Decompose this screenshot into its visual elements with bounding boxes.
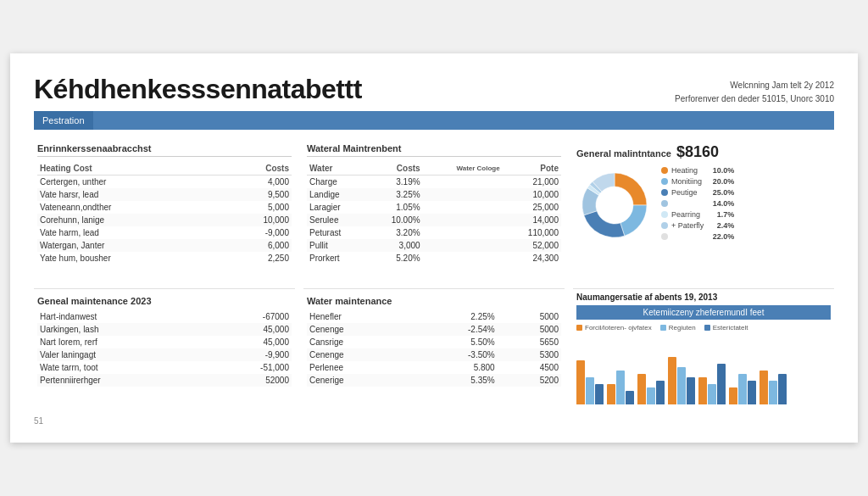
bar-chart-date: Naumangersatie af abents 19, 2013 (576, 293, 831, 302)
bar (748, 381, 756, 404)
legend-value: 14.0% (707, 199, 734, 208)
bar (778, 374, 787, 404)
bars-area (576, 337, 831, 404)
bar (738, 374, 747, 404)
legend-value: 1.7% (707, 210, 734, 219)
legend-label: Heating (671, 166, 704, 175)
heating-col1-header: Heating Cost (37, 162, 219, 176)
table-row: Cenenge-3.50%5300 (307, 348, 561, 361)
heating-panel: Enrinnkerssenaabracchst Heating Cost Cos… (34, 138, 295, 270)
table-row: Cenenge-2.54%5000 (307, 323, 561, 336)
bar (717, 364, 726, 404)
legend-color-dot (576, 325, 582, 331)
table-row: Cenerige5.35%5200 (307, 374, 561, 387)
table-row: Laragier1.05%25,000 (307, 201, 561, 214)
legend-text: Esterictatelt (713, 324, 748, 332)
bottom-mid-title: Water maintenance (307, 296, 561, 306)
table-row: Vate harsr, lead9,500 (37, 188, 292, 201)
bar-group (668, 357, 695, 404)
bar (576, 360, 585, 404)
water-table: Water Costs Water Cologe Pote Charge3.19… (307, 162, 561, 265)
bar (729, 387, 737, 404)
table-row: Landige3.25%10,000 (307, 188, 561, 201)
page-number: 51 (34, 416, 43, 426)
bar (708, 384, 716, 404)
legend-color-dot (704, 325, 710, 331)
bar (586, 377, 594, 404)
tab-pestration[interactable]: Pestration (34, 111, 93, 130)
table-row: Cansrige5.50%5650 (307, 336, 561, 348)
header-meta: Welcnning Jam telt 2y 2012 Perforenver d… (675, 74, 834, 106)
bar-group (607, 371, 634, 404)
main-page: Kéhdhenkesssennatabettt Welcnning Jam te… (10, 53, 858, 443)
bar (656, 381, 665, 404)
chart-legend-item: Regiuten (660, 324, 696, 332)
table-row: Henefler2.25%5000 (307, 310, 561, 323)
bottom-left-panel: Geneal maintenance 2023 Hart-indanwest-6… (34, 288, 295, 408)
legend-row: Pearring 1.7% (661, 210, 734, 219)
water-col2-header: Costs (367, 162, 423, 176)
legend-label: Peutige (671, 188, 704, 197)
table-row: Certergen, unther4,000 (37, 176, 292, 189)
bottom-right-panel: Naumangersatie af abents 19, 2013 Ketemi… (573, 288, 834, 408)
meta-line2: Perforenver den deder 51015, Unorc 3010 (675, 92, 834, 106)
table-row: Perlenee5.8004500 (307, 361, 561, 374)
general-panel: General malintntance $8160 Heating 10.0%… (573, 138, 834, 270)
bar (626, 391, 634, 404)
bar (595, 384, 604, 404)
legend-value: 20.0% (707, 177, 734, 186)
chart-legend-item: Forcil/loteren- ojvfatex (576, 324, 652, 332)
donut-chart (576, 167, 653, 243)
bottom-row: Geneal maintenance 2023 Hart-indanwest-6… (34, 278, 834, 408)
legend-row: + Paterfly 2.4% (661, 221, 734, 230)
table-row: Vate harm, lead-9,000 (37, 226, 292, 239)
table-row: Uarkingen, lash45,000 (37, 323, 292, 336)
bottom-mid-table: Henefler2.25%5000Cenenge-2.54%5000Cansri… (307, 310, 561, 387)
header: Kéhdhenkesssennatabettt Welcnning Jam te… (34, 74, 834, 106)
bar (760, 371, 768, 404)
table-row: Peturast3.20%110,000 (307, 226, 561, 239)
bar (677, 367, 686, 404)
table-row: Corehunn, lanige10,000 (37, 214, 292, 226)
main-title: Kéhdhenkesssennatabettt (34, 74, 362, 105)
general-big-value: $8160 (676, 143, 719, 161)
table-row: Nart Iorem, rerf45,000 (37, 336, 292, 348)
legend-dot (661, 178, 668, 185)
bar-group (698, 364, 726, 404)
table-row: Prorkert5.20%24,300 (307, 252, 561, 265)
general-panel-title: General malintntance (576, 148, 671, 159)
water-panel-title: Wateral Maintrenbent (307, 143, 561, 157)
heating-panel-title: Enrinnkerssenaabracchst (37, 143, 292, 157)
legend-dot (661, 211, 668, 218)
legend-dot (661, 222, 668, 229)
legend-dot (661, 189, 668, 196)
table-row: Pullit3,00052,000 (307, 239, 561, 252)
bar-chart-title: Ketemiiczeny zheferemundI feet (576, 305, 831, 320)
table-row: Charge3.19%21,000 (307, 176, 561, 189)
legend-value: 10.0% (707, 166, 734, 175)
table-row: Pertenniirerhger52000 (37, 374, 292, 387)
water-col1-header: Water (307, 162, 367, 176)
bar-legend: Forcil/loteren- ojvfatexRegiutenEsterict… (576, 324, 831, 332)
bottom-left-table: Hart-indanwest-67000Uarkingen, lash45,00… (37, 310, 292, 387)
page-footer: 51 (34, 416, 834, 426)
table-row: Wate tarrn, toot-51,000 (37, 361, 292, 374)
meta-line1: Welcnning Jam telt 2y 2012 (675, 79, 834, 92)
legend-text: Forcil/loteren- ojvfatex (585, 324, 652, 332)
heating-table: Heating Cost Costs Certergen, unther4,00… (37, 162, 292, 265)
water-panel: Wateral Maintrenbent Water Costs Water C… (303, 138, 565, 270)
content-area: Enrinnkerssenaabracchst Heating Cost Cos… (34, 138, 834, 270)
donut-container: Heating 10.0% Monitiing 20.0% Peutige 25… (576, 166, 831, 243)
legend-row: Peutige 25.0% (661, 188, 734, 197)
legend-row: 22.0% (661, 232, 734, 241)
table-row: Serulee10.00%14,000 (307, 214, 561, 226)
bar (687, 377, 695, 404)
table-row: Hart-indanwest-67000 (37, 310, 292, 323)
legend-dot (661, 167, 668, 174)
legend-value: 25.0% (707, 188, 734, 197)
table-row: Vateneann,ondther5,000 (37, 201, 292, 214)
legend-dot (661, 233, 668, 240)
legend-value: 2.4% (707, 221, 734, 230)
bar-group (637, 374, 665, 404)
legend-label: Monitiing (671, 177, 704, 186)
